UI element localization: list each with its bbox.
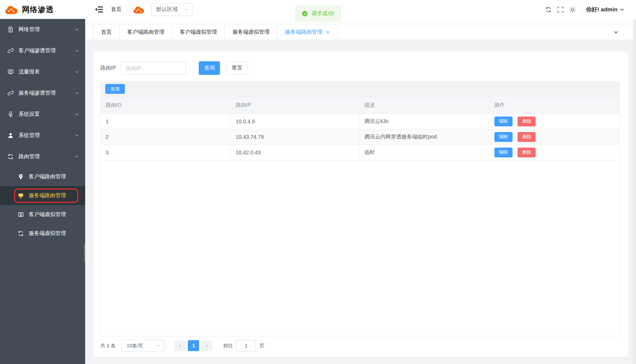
chevron-down-icon <box>75 112 79 117</box>
filter-row: 路由IP 查询 重置 <box>100 61 620 75</box>
cell-actions: 编辑 删除 <box>489 114 619 129</box>
cell-description: 腾讯云内网穿透服务端临时pod <box>359 129 489 145</box>
topbar-actions: 你好! admin <box>539 6 625 13</box>
tabbar: 首页 客户端路由管理 客户端虚拟管理 服务端虚拟管理 服务端路由管理 <box>85 24 636 40</box>
sidebar-menu-item-label: 路由管理 <box>19 153 75 160</box>
goto-prefix: 前往 <box>223 342 233 349</box>
sidebar-menu-item-label: 客户端渗透管理 <box>19 47 75 54</box>
page-size-select[interactable]: 10条/页 <box>122 340 164 352</box>
success-toast: 请求成功! <box>295 6 341 22</box>
sidebar-submenu-item[interactable]: 服务端虚拟管理 <box>0 224 85 243</box>
add-button[interactable]: 添加 <box>105 84 125 94</box>
cell-route-ip: 10.0.4.9 <box>231 114 359 129</box>
fullscreen-icon[interactable] <box>557 6 564 13</box>
chevron-down-icon <box>184 7 189 12</box>
sidebar-submenu-item[interactable]: 客户端虚拟管理 <box>0 205 85 224</box>
delete-button[interactable]: 删除 <box>518 132 536 142</box>
sidebar-menu-item-label: 流量报表 <box>19 68 75 75</box>
monitor-icon <box>18 193 24 199</box>
tab-label: 客户端路由管理 <box>127 29 164 36</box>
cell-actions: 编辑 删除 <box>489 145 619 160</box>
cell-route-ip: 10.43.74.79 <box>231 129 359 145</box>
tab[interactable]: 首页 <box>93 24 120 40</box>
table-row: 2 10.43.74.79 腾讯云内网穿透服务端临时pod 编辑 删除 <box>101 129 619 145</box>
column-header: 路由ID <box>101 97 231 114</box>
goto-page-input[interactable] <box>236 340 256 352</box>
cell-description: 临时 <box>359 145 489 160</box>
chevron-down-icon <box>75 48 79 53</box>
page-scrollbar-gutter[interactable] <box>633 20 636 364</box>
delete-button[interactable]: 删除 <box>518 117 536 126</box>
sidebar-menu-item[interactable]: 客户端渗透管理 <box>0 40 85 61</box>
divider <box>582 6 582 13</box>
cloud-logo-icon <box>5 5 18 14</box>
document-icon <box>8 26 14 33</box>
tab-label: 首页 <box>101 29 112 36</box>
sidebar-submenu-item-label: 服务端虚拟管理 <box>29 230 79 237</box>
page-size-value: 10条/页 <box>126 342 143 349</box>
refresh-icon[interactable] <box>545 6 552 13</box>
column-header: 路由IP <box>231 97 359 114</box>
sync-icon <box>8 154 14 160</box>
region-select[interactable]: 默认区域 <box>151 3 193 16</box>
delete-button[interactable]: 删除 <box>518 148 536 157</box>
tab-label: 服务端虚拟管理 <box>232 29 270 36</box>
column-header: 操作 <box>489 97 619 114</box>
sidebar-menu-item[interactable]: 路由管理 <box>0 146 85 167</box>
cell-route-id: 2 <box>101 129 231 145</box>
goto-page: 前往 页 <box>223 340 264 352</box>
sidebar-submenu-item[interactable]: 服务端路由管理 <box>0 186 85 205</box>
prev-page-button[interactable] <box>175 340 186 351</box>
sidebar: 网络渗透 网络管理 客户端渗透管理 流量报表 服务端渗透管理 系统设置 系统管理… <box>0 0 85 364</box>
sidebar-menu-item-label: 网络管理 <box>19 26 75 33</box>
theme-icon[interactable] <box>569 6 576 13</box>
breadcrumb[interactable]: 首页 <box>111 6 122 13</box>
tab-close-icon[interactable] <box>326 30 330 34</box>
cell-route-ip: 10.42.0.43 <box>231 145 359 160</box>
user-icon <box>8 132 14 138</box>
query-button[interactable]: 查询 <box>199 61 220 75</box>
next-page-button[interactable] <box>201 340 212 351</box>
sidebar-menu: 网络管理 客户端渗透管理 流量报表 服务端渗透管理 系统设置 系统管理 路由管理 <box>0 19 85 167</box>
sidebar-menu-item[interactable]: 网络管理 <box>0 19 85 40</box>
page-number-button[interactable]: 1 <box>188 340 199 351</box>
tab[interactable]: 服务端路由管理 <box>277 24 338 40</box>
cell-route-id: 3 <box>101 145 231 160</box>
sidebar-submenu-item-label: 客户端虚拟管理 <box>29 211 79 218</box>
chevron-down-icon <box>75 91 79 95</box>
chevron-left-icon <box>178 344 182 348</box>
routes-table: 路由ID路由IP描述操作 1 10.0.4.9 腾讯云k3s 编辑 删除 2 1… <box>100 97 620 336</box>
route-ip-input[interactable] <box>121 61 186 75</box>
app-logo: 网络渗透 <box>0 0 85 19</box>
app-title: 网络渗透 <box>22 5 54 15</box>
tab[interactable]: 服务端虚拟管理 <box>225 24 277 40</box>
sidebar-submenu: 客户端路由管理 服务端路由管理 客户端虚拟管理 服务端虚拟管理 <box>0 167 85 243</box>
app-window: 网络渗透 网络管理 客户端渗透管理 流量报表 服务端渗透管理 系统设置 系统管理… <box>0 0 636 364</box>
tab-label: 服务端路由管理 <box>285 29 322 36</box>
table-header-row: 路由ID路由IP描述操作 <box>101 97 619 114</box>
edit-button[interactable]: 编辑 <box>494 117 513 126</box>
edit-button[interactable]: 编辑 <box>494 132 513 142</box>
user-menu[interactable]: 你好! admin <box>586 6 625 13</box>
cloud-icon <box>133 6 144 14</box>
filter-label: 路由IP <box>100 65 116 72</box>
microphone-icon <box>8 111 14 117</box>
main-area: 首页 默认区域 你好! admin 请求成功! <box>85 0 636 364</box>
chevron-down-icon[interactable] <box>613 29 619 35</box>
reset-button[interactable]: 重置 <box>226 61 248 75</box>
sidebar-menu-item-label: 服务端渗透管理 <box>19 90 75 96</box>
table-toolbar: 添加 <box>100 81 620 97</box>
tab[interactable]: 客户端路由管理 <box>120 24 172 40</box>
sidebar-menu-item[interactable]: 系统设置 <box>0 104 85 125</box>
chevron-down-icon <box>619 7 625 12</box>
edit-button[interactable]: 编辑 <box>494 148 513 157</box>
sidebar-menu-item-label: 系统设置 <box>19 111 75 118</box>
chevron-right-icon <box>204 344 209 348</box>
collapse-sidebar-icon[interactable] <box>95 6 103 13</box>
sidebar-menu-item[interactable]: 服务端渗透管理 <box>0 82 85 104</box>
tab[interactable]: 客户端虚拟管理 <box>172 24 225 40</box>
sidebar-submenu-item[interactable]: 客户端路由管理 <box>0 167 85 186</box>
sidebar-menu-item[interactable]: 系统管理 <box>0 125 85 146</box>
tab-label: 客户端虚拟管理 <box>180 29 217 36</box>
sidebar-menu-item[interactable]: 流量报表 <box>0 61 85 82</box>
